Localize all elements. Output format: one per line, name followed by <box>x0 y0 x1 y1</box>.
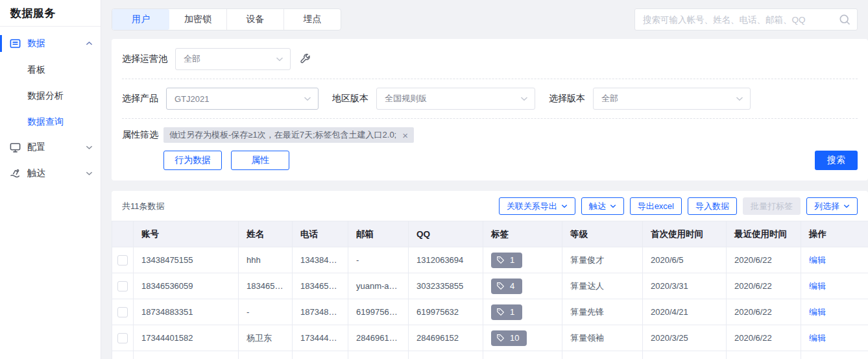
tab-group: 用户 加密锁 设备 埋点 <box>112 8 341 31</box>
tag-icon <box>496 282 505 290</box>
table-body: 13438475155 hhh 13438475155 - 1312063694… <box>112 247 868 351</box>
close-icon[interactable]: × <box>402 130 408 140</box>
cell-email: 619975632... <box>348 299 409 325</box>
tab-lock[interactable]: 加密锁 <box>169 9 226 30</box>
attr-filter-tag[interactable]: 做过另存为模板-保存≥1次，在最近7天;标签包含土建入口2.0; × <box>163 127 414 143</box>
chevron-down-icon <box>86 171 93 176</box>
sidebar-item-label: 配置 <box>27 142 45 153</box>
main-content: 用户 加密锁 设备 埋点 选择运营池 全部 选择产品 <box>101 0 868 359</box>
export-excel-button[interactable]: 导出excel <box>630 197 682 215</box>
search-input[interactable] <box>634 8 858 31</box>
chevron-down-icon <box>561 204 568 208</box>
version-label: 选择版本 <box>549 93 585 105</box>
search-icon[interactable] <box>838 13 851 26</box>
result-count: 共11条数据 <box>122 201 165 212</box>
column-select-button[interactable]: 列选择 <box>806 197 858 215</box>
cell-phone: 18734883351 <box>293 299 348 325</box>
product-select-value: GTJ2021 <box>175 94 209 104</box>
attribute-button[interactable]: 属性 <box>231 151 289 170</box>
cell-email: - <box>348 247 409 273</box>
column-header: 最近使用时间 <box>727 221 801 247</box>
pool-select[interactable]: 全部 <box>175 48 291 70</box>
data-table: 账号 姓名 电话 邮箱 QQ 标签 等级 首次使用时间 最近使用时间 操作 13… <box>112 221 868 359</box>
tag-count-badge[interactable]: 1 <box>491 304 522 320</box>
sidebar-item-data[interactable]: 数据 <box>0 31 101 56</box>
edit-link[interactable]: 编辑 <box>809 307 826 317</box>
cell-name: hhh <box>239 247 293 273</box>
tab-user[interactable]: 用户 <box>112 9 169 30</box>
sidebar: 数据服务 数据 看板 数据分析 数据查询 配置 <box>0 0 101 359</box>
cell-last-use: 2020/6/22 <box>727 273 801 299</box>
cell-name: - <box>239 299 293 325</box>
wrench-icon[interactable] <box>298 53 311 66</box>
tab-device[interactable]: 设备 <box>226 9 283 30</box>
sidebar-item-label: 数据 <box>27 38 45 49</box>
app-title: 数据服务 <box>0 0 101 27</box>
cell-tags: 10 <box>483 325 562 351</box>
column-header: 账号 <box>134 221 239 247</box>
region-select[interactable]: 全国规则版 <box>376 88 535 110</box>
cell-tags: 1 <box>483 299 562 325</box>
sidebar-item-kanban[interactable]: 看板 <box>0 56 101 82</box>
column-header: 等级 <box>562 221 643 247</box>
search-button[interactable]: 搜索 <box>815 151 858 170</box>
import-data-button[interactable]: 导入数据 <box>688 197 737 215</box>
version-select[interactable]: 全部 <box>593 88 751 110</box>
cell-tags: 1 <box>483 247 562 273</box>
sidebar-item-config[interactable]: 配置 <box>0 134 101 160</box>
sidebar-item-reach[interactable]: 触达 <box>0 160 101 186</box>
cell-name: 杨卫东 <box>239 325 293 351</box>
cell-last-use: 2020/6/22 <box>727 247 801 273</box>
sidebar-item-analysis[interactable]: 数据分析 <box>0 82 101 108</box>
product-select[interactable]: GTJ2021 <box>166 88 319 110</box>
cell-level: 算量俊才 <box>562 247 643 273</box>
cell-qq: 3032335855 <box>409 273 483 299</box>
row-checkbox[interactable] <box>117 281 128 291</box>
cell-qq: 284696152 <box>409 325 483 351</box>
cell-last-use: 2020/6/22 <box>727 299 801 325</box>
cell-email: yuanm-a@... <box>348 273 409 299</box>
chevron-up-icon <box>86 41 93 46</box>
tag-count-badge[interactable]: 1 <box>491 253 522 268</box>
cell-level: 算量达人 <box>562 273 643 299</box>
pool-select-value: 全部 <box>184 53 200 65</box>
chevron-down-icon <box>843 204 850 208</box>
cell-phone: 13438475155 <box>293 247 348 273</box>
chevron-down-icon <box>736 96 743 101</box>
cell-account: 13438475155 <box>134 247 239 273</box>
row-checkbox[interactable] <box>117 307 128 317</box>
behavior-data-button[interactable]: 行为数据 <box>163 151 222 170</box>
chevron-down-icon <box>610 204 616 208</box>
cell-first-use: 2020/3/25 <box>643 325 727 351</box>
cell-qq: 619975632 <box>409 299 483 325</box>
edit-link[interactable]: 编辑 <box>809 255 826 265</box>
cell-name: 18346536059 <box>239 273 293 299</box>
region-label: 地区版本 <box>332 93 368 105</box>
divider <box>122 79 858 79</box>
tag-count: 4 <box>510 281 514 291</box>
header-checkbox-cell <box>112 221 134 247</box>
edit-link[interactable]: 编辑 <box>809 281 826 291</box>
cell-tags: 4 <box>483 273 562 299</box>
tab-tracking[interactable]: 埋点 <box>283 9 341 30</box>
tag-count-badge[interactable]: 10 <box>491 330 527 346</box>
sidebar-item-label: 触达 <box>27 167 45 179</box>
row-checkbox[interactable] <box>117 255 128 266</box>
tag-count-badge[interactable]: 4 <box>491 279 522 294</box>
filter-panel: 选择运营池 全部 选择产品 GTJ2021 地区版本 全国规则版 <box>112 39 868 180</box>
sidebar-item-query[interactable]: 数据查询 <box>0 108 101 134</box>
edit-link[interactable]: 编辑 <box>809 333 826 343</box>
column-header: 首次使用时间 <box>643 221 727 247</box>
reach-button[interactable]: 触达 <box>581 197 624 215</box>
product-label: 选择产品 <box>122 93 158 105</box>
column-header: QQ <box>409 221 483 247</box>
cell-first-use: 2020/3/31 <box>643 273 727 299</box>
column-header: 操作 <box>801 221 868 247</box>
cell-account: 17344401582 <box>134 325 239 351</box>
tag-count: 1 <box>510 255 514 265</box>
region-select-value: 全国规则版 <box>385 93 427 105</box>
relation-export-button[interactable]: 关联关系导出 <box>499 197 575 215</box>
chevron-down-icon <box>520 96 528 101</box>
row-checkbox[interactable] <box>117 333 128 343</box>
tag-count: 10 <box>510 333 519 343</box>
